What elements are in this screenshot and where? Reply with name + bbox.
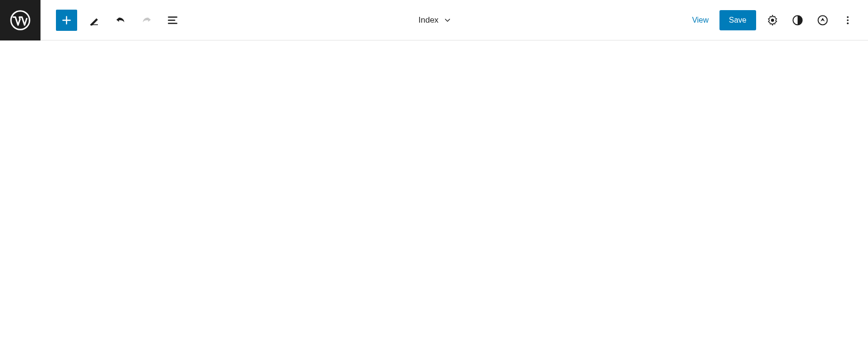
editor-canvas: Hello November 15, Previous Page Add tex… xyxy=(0,40,868,98)
tools-edit-icon[interactable] xyxy=(86,12,103,29)
template-name: Index xyxy=(419,15,439,25)
svg-point-7 xyxy=(847,22,849,24)
toggle-inserter-button[interactable] xyxy=(56,10,77,31)
undo-button[interactable] xyxy=(112,12,129,29)
more-options-button[interactable] xyxy=(839,12,856,29)
template-selector[interactable]: Index xyxy=(181,15,689,25)
topbar-left-tools xyxy=(41,10,181,31)
wordpress-logo[interactable] xyxy=(0,0,41,40)
navigation-menu-button[interactable] xyxy=(814,12,831,29)
editor-topbar: Index View Save xyxy=(0,0,868,40)
svg-point-5 xyxy=(847,16,849,18)
settings-button[interactable] xyxy=(764,12,781,29)
redo-button[interactable] xyxy=(138,12,155,29)
svg-point-2 xyxy=(771,18,774,21)
svg-point-6 xyxy=(847,19,849,21)
svg-rect-1 xyxy=(90,24,98,25)
styles-button[interactable] xyxy=(789,12,806,29)
view-link[interactable]: View xyxy=(689,11,711,29)
save-button[interactable]: Save xyxy=(719,10,756,30)
topbar-right-tools: View Save xyxy=(689,10,868,30)
chevron-down-icon xyxy=(443,16,452,25)
list-view-button[interactable] xyxy=(164,12,181,29)
